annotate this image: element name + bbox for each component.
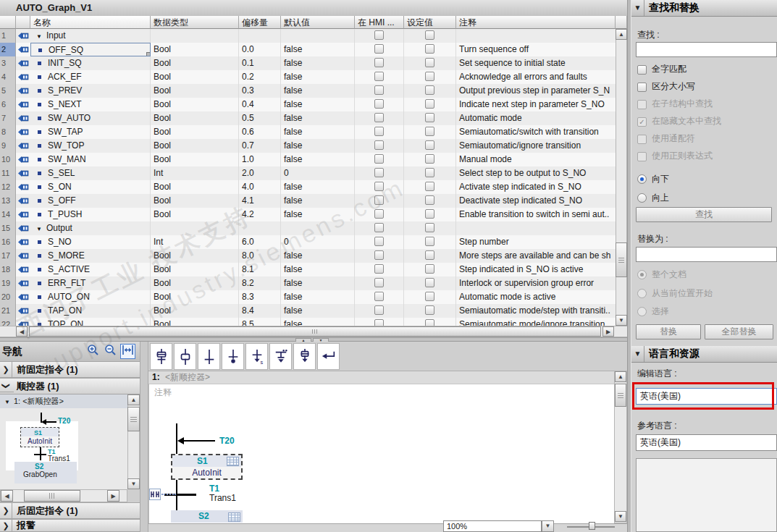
default-cell[interactable]: false (281, 153, 355, 166)
comment-cell[interactable]: Deactivate step indicated S_NO (456, 194, 616, 208)
comment-cell[interactable]: Semiautomatic/switch with transition (456, 125, 616, 139)
setpoint-checkbox[interactable] (425, 292, 434, 301)
datatype-cell[interactable]: Bool (151, 318, 239, 326)
default-cell[interactable]: false (281, 98, 355, 111)
default-cell[interactable]: false (281, 84, 355, 98)
checkbox-icon[interactable] (637, 83, 647, 92)
default-cell[interactable]: false (281, 304, 355, 318)
default-cell[interactable]: false (281, 139, 355, 153)
name-cell[interactable]: OFF_SQ (30, 43, 151, 56)
thumbnail-scroll-up-icon[interactable]: ▲ (127, 394, 140, 405)
radio-icon[interactable] (637, 193, 647, 203)
datatype-cell[interactable]: Int (151, 166, 239, 180)
hmi-checkbox[interactable] (374, 264, 384, 274)
thumbnail-vscroll-thumb[interactable] (127, 407, 140, 431)
chevron-right-icon[interactable]: ❯ (0, 503, 12, 518)
setpoint-checkbox[interactable] (425, 113, 434, 122)
sequencer-thumbnail[interactable]: T20 S1 AutoInit T1 Trans1 S2 GrabOpen (0, 408, 127, 489)
hmi-checkbox[interactable] (374, 168, 384, 177)
datatype-cell[interactable]: Bool (151, 84, 239, 98)
group-expander-icon[interactable]: ▼ (36, 226, 42, 232)
setpoint-checkbox[interactable] (425, 99, 434, 109)
chevron-right-icon[interactable]: ❯ (0, 520, 12, 531)
hmi-checkbox[interactable] (374, 113, 384, 122)
hmi-checkbox[interactable] (374, 44, 384, 54)
default-cell[interactable] (281, 29, 355, 43)
name-cell[interactable]: S_NO (30, 235, 151, 249)
default-cell[interactable]: false (281, 180, 355, 194)
name-cell[interactable]: AUTO_ON (30, 290, 151, 304)
hmi-checkbox[interactable] (374, 58, 384, 67)
default-cell[interactable]: false (281, 208, 355, 221)
comment-cell[interactable]: Semiautomatic mode/step with transiti.. (456, 304, 616, 318)
column-header-name[interactable]: 名称 (30, 16, 151, 29)
comment-cell[interactable]: Select step to be output to S_NO (456, 166, 616, 180)
hmi-checkbox[interactable] (374, 127, 384, 136)
thumbnail-scroll-right-icon[interactable]: ▶ (107, 490, 119, 502)
datatype-cell[interactable]: Bool (151, 290, 239, 304)
comment-cell[interactable]: Set sequence to initial state (456, 56, 616, 70)
name-cell[interactable]: S_PREV (30, 84, 151, 98)
hmi-checkbox[interactable] (374, 209, 384, 219)
setpoint-checkbox[interactable] (425, 195, 434, 205)
datatype-cell[interactable]: Bool (151, 43, 239, 56)
setpoint-checkbox[interactable] (425, 237, 434, 246)
name-cell[interactable]: S_ACTIVE (30, 263, 151, 276)
comment-cell[interactable]: Semiautomatic/ignore transition (456, 139, 616, 153)
group-expander-icon[interactable]: ▼ (36, 33, 42, 40)
chevron-right-icon[interactable]: ❯ (0, 362, 12, 377)
table-scroll-left-icon[interactable]: ◀ (16, 326, 28, 337)
name-cell[interactable]: S_SEL (30, 166, 151, 180)
table-scroll-down-icon[interactable]: ▼ (616, 315, 627, 326)
close-branch-icon[interactable] (293, 343, 316, 370)
name-cell[interactable]: ▼Output (30, 221, 151, 235)
datatype-cell[interactable]: Bool (151, 304, 239, 318)
name-cell[interactable]: S_ON (30, 180, 151, 194)
comment-cell[interactable]: Acknowledge all errors and faults (456, 70, 616, 84)
setpoint-checkbox[interactable] (425, 168, 434, 177)
section-alarms[interactable]: ❯ 报警 (0, 519, 140, 532)
hmi-checkbox[interactable] (374, 223, 384, 232)
setpoint-checkbox[interactable] (425, 278, 434, 287)
comment-cell[interactable]: Turn sequence off (456, 43, 616, 56)
default-cell[interactable]: false (281, 263, 355, 276)
default-cell[interactable]: false (281, 276, 355, 290)
zoom-level-select[interactable]: 100% (443, 520, 542, 532)
setpoint-checkbox[interactable] (425, 264, 434, 274)
column-header-comment[interactable]: 注释 (456, 16, 616, 29)
name-cell[interactable]: TOP_ON (30, 318, 151, 326)
comment-cell[interactable]: Step indicated in S_NO is active (456, 263, 616, 276)
step-s1[interactable]: S1 AutoInit (171, 454, 243, 480)
comment-cell[interactable]: Indicate next step in parameter S_NO (456, 98, 616, 111)
hmi-checkbox[interactable] (374, 72, 384, 81)
sequencer-tree-item[interactable]: ▼1: <新顺控器> (0, 394, 127, 408)
table-scroll-up-icon[interactable]: ▲ (616, 29, 627, 40)
hmi-checkbox[interactable] (374, 319, 384, 326)
setpoint-checkbox[interactable] (425, 305, 434, 315)
collapse-chevron-icon[interactable]: ▼ (631, 346, 644, 362)
datatype-cell[interactable]: Bool (151, 263, 239, 276)
default-cell[interactable]: 0 (281, 235, 355, 249)
comment-cell[interactable] (456, 221, 616, 235)
datatype-cell[interactable]: Bool (151, 180, 239, 194)
name-cell[interactable]: SW_AUTO (30, 111, 151, 125)
thumbnail-scroll-left-icon[interactable]: ◀ (1, 490, 13, 502)
table-scroll-right-icon[interactable]: ▶ (602, 326, 614, 337)
default-cell[interactable]: 0 (281, 166, 355, 180)
setpoint-checkbox[interactable] (425, 319, 434, 326)
datatype-cell[interactable]: Bool (151, 276, 239, 290)
datatype-cell[interactable]: Int (151, 235, 239, 249)
default-cell[interactable]: false (281, 111, 355, 125)
sequencer-canvas[interactable]: 注释 T20 S1 AutoInit T1 Trans1 S2 (148, 384, 615, 523)
nav-editor-splitter[interactable] (140, 342, 148, 532)
default-cell[interactable]: false (281, 70, 355, 84)
step-icon[interactable] (174, 343, 196, 370)
find-replace-header[interactable]: ▼ 查找和替换 (631, 0, 777, 17)
editor-vscroll-thumb[interactable] (615, 384, 626, 407)
datatype-cell[interactable]: Bool (151, 125, 239, 139)
name-cell[interactable]: ▼Input (30, 29, 151, 43)
reference-language-select[interactable]: 英语(美国) (636, 434, 777, 451)
name-cell[interactable]: SW_TAP (30, 125, 151, 139)
name-cell[interactable]: SW_MAN (30, 153, 151, 166)
setpoint-checkbox[interactable] (425, 140, 434, 150)
